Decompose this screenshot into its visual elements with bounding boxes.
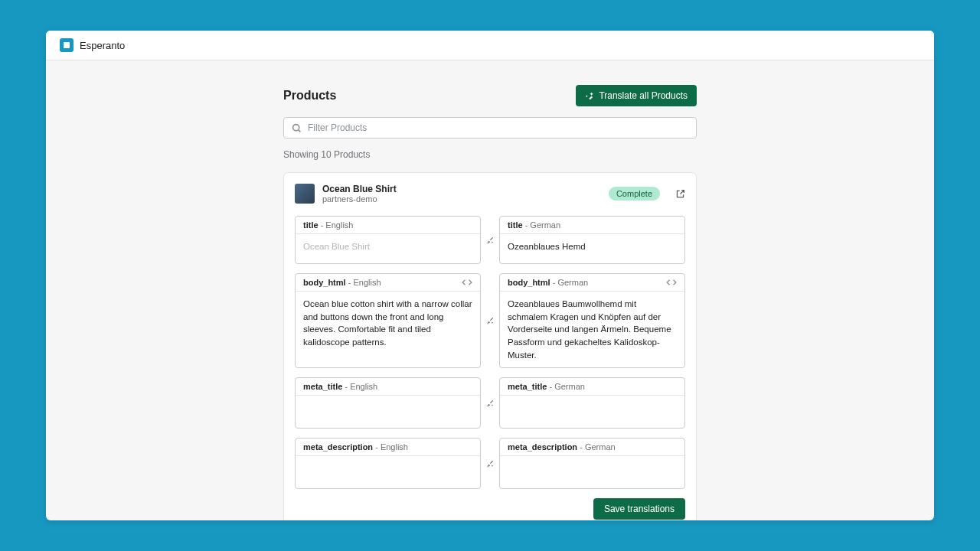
field-header: meta_title - German <box>500 378 684 396</box>
field-value[interactable]: Ozeanblaues Hemd <box>500 234 684 263</box>
product-info: Ocean Blue Shirt partners-demo <box>322 184 601 204</box>
app-logo-icon <box>60 38 74 52</box>
translate-field-button[interactable] <box>483 396 497 410</box>
page-header: Products Translate all Products <box>283 85 697 106</box>
field-target-meta-title: meta_title - German <box>499 377 685 429</box>
field-header: body_html - German <box>500 274 684 292</box>
field-header: title - German <box>500 217 684 234</box>
svg-point-0 <box>293 124 299 130</box>
field-source-meta-description: meta_description - English <box>295 438 481 489</box>
field-source-title: title - English Ocean Blue Shirt <box>295 216 481 264</box>
translate-field-col <box>481 377 499 429</box>
field-header: meta_description - German <box>500 439 684 456</box>
field-header: title - English <box>296 217 480 234</box>
field-value[interactable] <box>500 396 684 428</box>
code-icon[interactable] <box>462 279 472 286</box>
field-row-meta-title: meta_title - English meta_title - German <box>295 377 685 429</box>
search-input[interactable] <box>308 122 688 133</box>
external-link-icon[interactable] <box>675 189 685 199</box>
app-window: Esperanto Products Translate all Product… <box>46 31 934 520</box>
wand-icon <box>585 91 594 100</box>
content-area: Products Translate all Products Showing … <box>46 60 934 520</box>
search-icon <box>292 123 302 133</box>
save-row: Save translations <box>295 498 685 520</box>
translate-field-col <box>481 438 499 489</box>
page-title: Products <box>283 89 336 103</box>
field-header: body_html - English <box>296 274 480 292</box>
translate-field-button[interactable] <box>483 233 497 247</box>
translate-field-col <box>481 273 499 368</box>
field-target-meta-description: meta_description - German <box>499 438 685 489</box>
field-value[interactable] <box>296 396 480 428</box>
product-title: Ocean Blue Shirt <box>322 184 601 194</box>
field-target-title: title - German Ozeanblaues Hemd <box>499 216 685 264</box>
product-card: Ocean Blue Shirt partners-demo Complete … <box>283 172 697 520</box>
field-source-body-html: body_html - English Ocean blue cotton sh… <box>295 273 481 368</box>
product-subtitle: partners-demo <box>322 194 601 204</box>
translate-all-label: Translate all Products <box>599 90 688 101</box>
field-header: meta_title - English <box>296 378 480 396</box>
search-box[interactable] <box>283 117 697 139</box>
code-icon[interactable] <box>666 279 677 286</box>
field-value[interactable]: Ocean Blue Shirt <box>296 234 480 263</box>
field-value[interactable] <box>296 456 480 488</box>
field-row-meta-description: meta_description - English meta_descript… <box>295 438 685 489</box>
save-translations-button[interactable]: Save translations <box>593 498 685 520</box>
field-value[interactable]: Ozeanblaues Baumwollhemd mit schmalem Kr… <box>500 292 684 367</box>
field-row-body-html: body_html - English Ocean blue cotton sh… <box>295 273 685 368</box>
main-container: Products Translate all Products Showing … <box>283 85 697 496</box>
translate-field-button[interactable] <box>483 457 497 471</box>
status-badge: Complete <box>609 187 660 201</box>
field-value[interactable] <box>500 456 684 488</box>
field-source-meta-title: meta_title - English <box>295 377 481 429</box>
app-name: Esperanto <box>80 40 125 51</box>
field-header: meta_description - English <box>296 439 480 456</box>
product-header: Ocean Blue Shirt partners-demo Complete <box>295 184 685 204</box>
translate-all-button[interactable]: Translate all Products <box>576 85 697 106</box>
field-value[interactable]: Ocean blue cotton shirt with a narrow co… <box>296 292 480 355</box>
product-thumbnail <box>295 184 315 204</box>
field-target-body-html: body_html - German Ozeanblaues Baumwollh… <box>499 273 685 368</box>
topbar: Esperanto <box>46 31 934 60</box>
result-count: Showing 10 Products <box>283 149 697 160</box>
translate-field-button[interactable] <box>483 314 497 328</box>
field-row-title: title - English Ocean Blue Shirt title -… <box>295 216 685 264</box>
translate-field-col <box>481 216 499 264</box>
